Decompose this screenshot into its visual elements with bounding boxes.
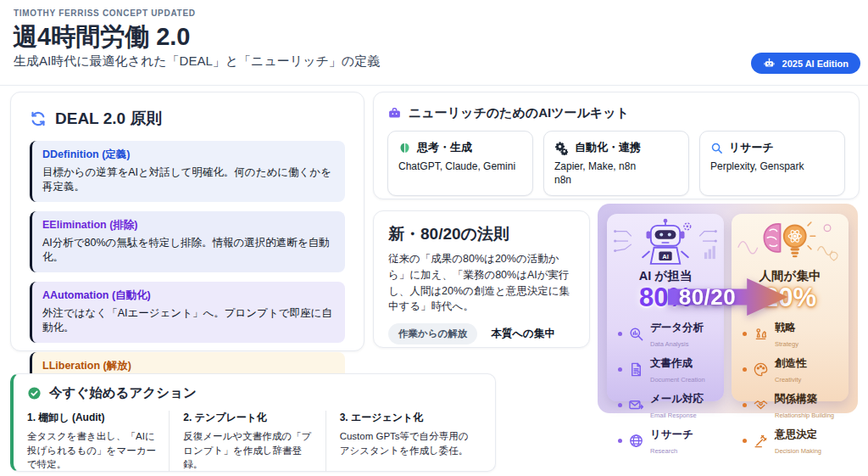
- bullet-dot: [618, 439, 622, 443]
- decision-gavel-icon: [752, 432, 770, 450]
- edition-badge: 2025 AI Edition: [751, 53, 860, 74]
- task-label-en: Data Analysis: [650, 340, 688, 348]
- action-step-title: 1. 棚卸し (Audit): [27, 411, 157, 425]
- law-tag-release: 作業からの解放: [388, 323, 477, 344]
- law-body: 従来の「成果の80%は20%の活動から」に加え、「業務の80%はAIが実行し、人…: [388, 251, 575, 315]
- bullet-dot: [743, 332, 747, 336]
- relationship-handshake-icon: [752, 396, 770, 414]
- law-tag-focus: 本質への集中: [491, 327, 555, 341]
- toolkit-card-tools: Zapier, Make, n8n n8n: [554, 160, 678, 187]
- deal-item-definition: DDefinition (定義) 目標からの逆算をAIと対話して明確化。何のため…: [30, 141, 345, 202]
- human-task-item: 関係構築Relationship Building: [743, 390, 849, 421]
- human-task-item: 意思決定Decision Making: [743, 426, 849, 456]
- email-response-icon: [627, 396, 645, 414]
- data-analysis-icon: [627, 325, 645, 343]
- human-task-item: 創造性Creativity: [743, 355, 849, 385]
- action-step-desc: Custom GPTs等で自分専用のアシスタントを作成し委任。: [340, 429, 470, 457]
- ratio-arrow: 80/20: [668, 277, 788, 317]
- task-label-jp: データ分析: [650, 322, 704, 333]
- toolkit-card-automation: 自動化・連携 Zapier, Make, n8n n8n: [543, 131, 689, 196]
- action-step-audit: 1. 棚卸し (Audit) 全タスクを書き出し、「AIに投げられるもの」をマー…: [27, 411, 169, 472]
- creativity-palette-icon: [752, 361, 770, 378]
- toolkit-card-title: 自動化・連携: [575, 140, 641, 155]
- law-8020-card: 新・80/20の法則 従来の「成果の80%は20%の活動から」に加え、「業務の8…: [373, 210, 590, 348]
- action-step-desc: 全タスクを書き出し、「AIに投げられるもの」をマーカーで特定。: [27, 429, 157, 472]
- ai-toolkit-card: ニューリッチのためのAIツールキット 思考・生成 ChatGPT, Claude…: [373, 92, 860, 199]
- action-step-agent: 3. エージェント化 Custom GPTs等で自分専用のアシスタントを作成し委…: [326, 411, 481, 472]
- deal-item-desc: AI分析で80%の無駄を特定し排除。情報の選択的遮断を自動化。: [42, 236, 335, 265]
- task-label-en: Document Creation: [650, 376, 705, 384]
- deal-heading: DEAL 2.0 原則: [55, 108, 162, 130]
- bullet-dot: [743, 367, 747, 372]
- split-8020-graphic: AI AI が担当 80% データ分析Data Analysis: [598, 204, 858, 413]
- toolkit-card-title: 思考・生成: [417, 140, 472, 155]
- brain-bulb-illustration: [732, 218, 849, 267]
- toolkit-card-title: リサーチ: [729, 140, 774, 155]
- actions-card: 今すぐ始めるアクション 1. 棚卸し (Audit) 全タスクを書き出し、「AI…: [10, 373, 496, 472]
- law-title: 新・80/20の法則: [388, 223, 575, 245]
- research-globe-icon: [627, 432, 645, 450]
- task-label-en: Decision Making: [775, 447, 821, 455]
- brain-icon: [398, 142, 411, 154]
- strategy-chess-icon: [752, 325, 770, 343]
- eyebrow-text: TIMOTHY FERRISS CONCEPT UPDATED: [14, 8, 196, 18]
- bullet-dot: [743, 439, 747, 443]
- gears-icon: [554, 141, 569, 155]
- task-label-en: Creativity: [775, 376, 801, 384]
- action-step-desc: 反復メールや文書作成の「プロンプト」を作成し辞書登録。: [183, 429, 313, 472]
- deal-item-desc: 外注ではなく「AIエージェント」へ。プロンプトで即座に自動化。: [42, 306, 335, 335]
- toolkit-card-tools: Perplexity, Genspark: [710, 160, 834, 174]
- deal-item-elimination: EElimination (排除) AI分析で80%の無駄を特定し排除。情報の選…: [30, 211, 345, 272]
- action-step-title: 3. エージェント化: [340, 411, 470, 425]
- infographic-page: TIMOTHY FERRISS CONCEPT UPDATED 週4時間労働 2…: [0, 0, 868, 476]
- toolkit-card-research: リサーチ Perplexity, Genspark: [699, 131, 845, 196]
- page-subtitle: 生成AI時代に最適化された「DEAL」と「ニューリッチ」の定義: [14, 53, 380, 70]
- toolbox-icon: [387, 106, 402, 120]
- action-step-template: 2. テンプレート化 反復メールや文書作成の「プロンプト」を作成し辞書登録。: [169, 411, 325, 472]
- task-label-jp: 意思決定: [775, 428, 817, 440]
- deal-principles-card: DEAL 2.0 原則 DDefinition (定義) 目標からの逆算をAIと…: [10, 92, 364, 351]
- action-step-title: 2. テンプレート化: [183, 411, 313, 425]
- document-creation-icon: [627, 361, 645, 378]
- bullet-dot: [618, 403, 622, 407]
- ai-task-item: リサーチResearch: [618, 426, 724, 456]
- header-divider: [0, 85, 868, 86]
- check-circle-icon: [27, 386, 42, 400]
- ratio-label: 80/20: [668, 284, 748, 311]
- deal-item-title: AAutomation (自動化): [42, 288, 335, 303]
- toolkit-card-thinking: 思考・生成 ChatGPT, Claude, Gemini: [387, 131, 533, 196]
- task-label-jp: 戦略: [775, 322, 796, 333]
- task-label-jp: 創造性: [775, 357, 807, 369]
- deal-item-title: LLiberation (解放): [42, 359, 335, 373]
- deal-item-desc: 目標からの逆算をAIと対話して明確化。何のために働くかを再定義。: [42, 165, 335, 194]
- task-label-en: Strategy: [775, 340, 798, 348]
- ai-task-item: メール対応Email Response: [618, 390, 724, 421]
- page-title: 週4時間労働 2.0: [13, 20, 191, 54]
- task-label-jp: 文書作成: [650, 357, 693, 369]
- bullet-dot: [743, 403, 747, 407]
- deal-item-automation: AAutomation (自動化) 外注ではなく「AIエージェント」へ。プロンプ…: [30, 282, 345, 343]
- task-label-jp: 関係構築: [775, 393, 817, 405]
- bullet-dot: [618, 332, 622, 336]
- toolkit-heading: ニューリッチのためのAIツールキット: [409, 105, 629, 121]
- ai-task-item: 文書作成Document Creation: [618, 355, 724, 385]
- toolkit-card-tools: ChatGPT, Claude, Gemini: [398, 160, 522, 174]
- ai-task-item: データ分析Data Analysis: [618, 319, 724, 350]
- robot-icon: [763, 57, 776, 70]
- edition-badge-label: 2025 AI Edition: [782, 59, 849, 69]
- task-label-en: Relationship Building: [775, 412, 834, 419]
- task-label-en: Email Response: [650, 412, 697, 419]
- svg-text:AI: AI: [662, 253, 669, 260]
- task-label-jp: リサーチ: [650, 428, 693, 440]
- task-label-jp: メール対応: [650, 393, 704, 405]
- human-task-item: 戦略Strategy: [743, 319, 849, 350]
- deal-item-title: DDefinition (定義): [42, 148, 335, 162]
- task-label-en: Research: [650, 447, 677, 455]
- bullet-dot: [618, 367, 622, 372]
- actions-heading: 今すぐ始めるアクション: [49, 384, 197, 402]
- deal-item-title: EElimination (排除): [42, 218, 335, 232]
- robot-illustration: AI: [607, 218, 724, 267]
- search-icon: [710, 142, 723, 154]
- refresh-icon: [30, 110, 47, 127]
